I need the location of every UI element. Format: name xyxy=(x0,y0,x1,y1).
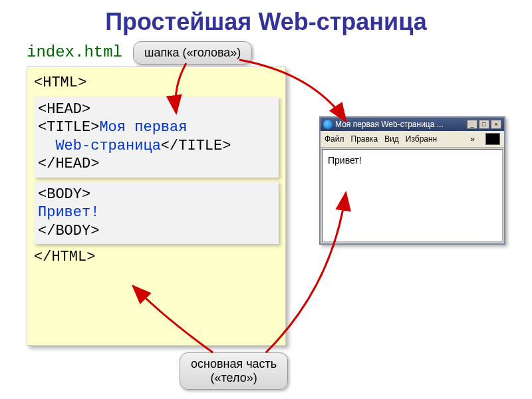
body-block: <BODY> Привет! </BODY> xyxy=(34,182,279,245)
title-line2: Web-страница</TITLE> xyxy=(38,137,275,156)
menu-file[interactable]: Файл xyxy=(325,134,344,144)
title-line1: <TITLE>Моя первая xyxy=(38,118,275,137)
filename-label: index.html xyxy=(27,43,122,61)
html-open-tag: <HTML> xyxy=(34,74,279,92)
title-close-tag: </TITLE> xyxy=(161,138,231,154)
code-block: <HTML> <HEAD> <TITLE>Моя первая Web-стра… xyxy=(27,66,286,346)
callout-body-line2: («тело») xyxy=(191,371,277,385)
browser-window: Моя первая Web-страница ... _ □ × Файл П… xyxy=(319,116,505,245)
title-open-tag: <TITLE> xyxy=(38,119,99,136)
html-close-tag: </HTML> xyxy=(34,248,279,267)
body-close-tag: </BODY> xyxy=(38,222,275,241)
slide-title: Простейшая Web-страница xyxy=(0,0,532,44)
body-content-text: Привет! xyxy=(38,203,275,222)
head-open-tag: <HEAD> xyxy=(38,100,275,119)
menu-view[interactable]: Вид xyxy=(384,134,399,144)
head-block: <HEAD> <TITLE>Моя первая Web-страница</T… xyxy=(34,96,279,178)
callout-body: основная часть («тело») xyxy=(180,352,288,390)
browser-titlebar: Моя первая Web-страница ... _ □ × xyxy=(321,118,504,131)
menu-more[interactable]: » xyxy=(470,134,479,144)
callout-body-line1: основная часть xyxy=(191,357,277,371)
page-content-text: Привет! xyxy=(328,155,362,166)
browser-icon xyxy=(323,120,332,129)
title-text-2: Web-страница xyxy=(55,138,160,154)
menu-favorites[interactable]: Избранн xyxy=(406,134,437,144)
window-title: Моя первая Web-страница ... xyxy=(335,120,444,129)
minimize-button[interactable]: _ xyxy=(467,120,477,129)
throbber-icon xyxy=(485,133,500,145)
body-open-tag: <BODY> xyxy=(38,186,275,204)
menu-edit[interactable]: Правка xyxy=(351,134,378,144)
callout-head: шапка («голова») xyxy=(133,41,252,65)
title-text-1: Моя первая xyxy=(99,119,187,136)
browser-content: Привет! xyxy=(322,149,503,242)
close-button[interactable]: × xyxy=(491,120,501,129)
maximize-button[interactable]: □ xyxy=(479,120,489,129)
head-close-tag: </HEAD> xyxy=(38,155,275,174)
browser-menubar: Файл Правка Вид Избранн » xyxy=(321,131,504,148)
